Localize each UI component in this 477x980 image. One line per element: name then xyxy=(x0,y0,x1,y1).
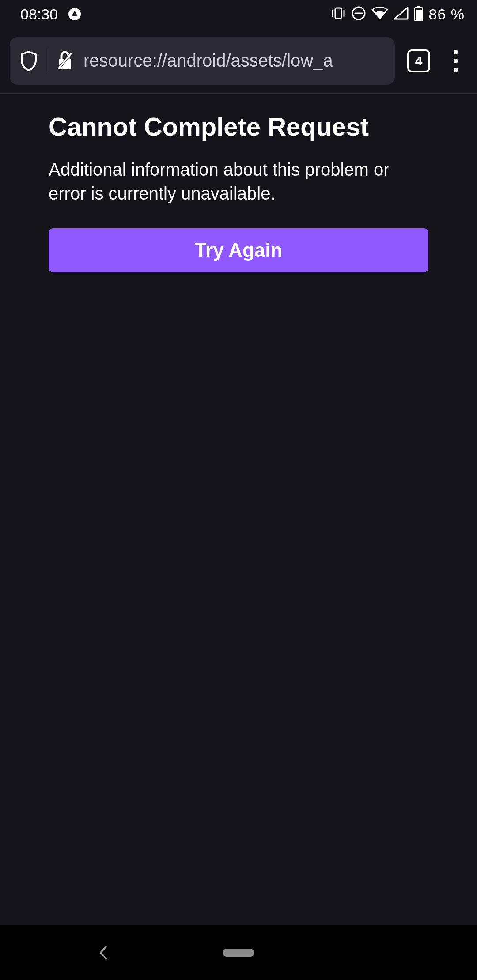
address-bar[interactable]: resource://android/assets/low_a xyxy=(10,37,395,85)
kebab-icon xyxy=(454,50,458,72)
gesture-pill[interactable] xyxy=(223,949,254,957)
status-bar-left: 08:30 xyxy=(20,6,82,23)
cellular-signal-icon xyxy=(394,7,409,22)
status-bar-right: 86 % xyxy=(331,6,465,23)
battery-icon xyxy=(414,6,424,23)
svg-rect-8 xyxy=(416,10,422,20)
battery-percent-label: 86 % xyxy=(429,6,465,23)
error-message: Additional information about this proble… xyxy=(49,158,428,205)
site-security-icon[interactable] xyxy=(55,50,75,72)
app-notification-icon xyxy=(68,7,82,21)
tracking-protection-icon[interactable] xyxy=(19,49,46,73)
clock-label: 08:30 xyxy=(20,6,58,23)
do-not-disturb-icon xyxy=(351,6,366,23)
tabs-button[interactable]: 4 xyxy=(403,45,435,77)
system-navigation-bar xyxy=(0,925,477,980)
tab-count-box: 4 xyxy=(407,49,430,72)
overflow-menu-button[interactable] xyxy=(443,45,469,77)
try-again-button[interactable]: Try Again xyxy=(49,228,428,272)
error-page: Cannot Complete Request Additional infor… xyxy=(0,94,477,272)
back-icon[interactable] xyxy=(97,944,110,961)
tab-count-label: 4 xyxy=(415,53,423,68)
url-text: resource://android/assets/low_a xyxy=(83,51,385,71)
svg-rect-1 xyxy=(335,8,341,19)
vibrate-icon xyxy=(331,7,346,22)
status-bar: 08:30 xyxy=(0,0,477,28)
wifi-icon xyxy=(371,7,388,22)
browser-toolbar: resource://android/assets/low_a 4 xyxy=(0,28,477,94)
error-title: Cannot Complete Request xyxy=(49,112,428,142)
